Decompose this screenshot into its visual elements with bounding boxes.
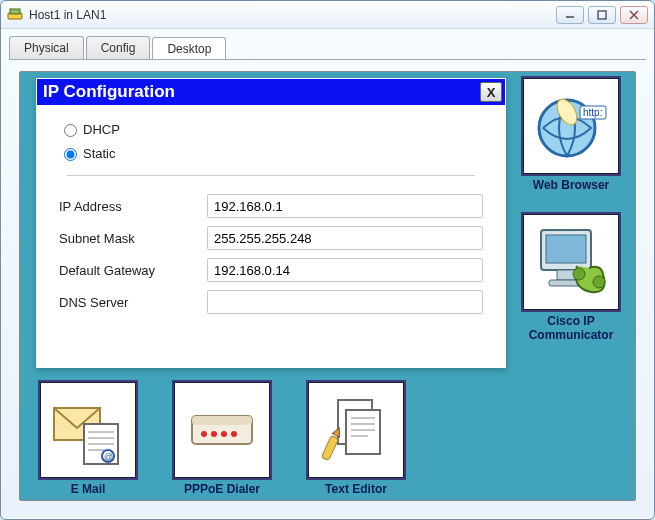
maximize-button[interactable]: [588, 6, 616, 24]
text-editor-icon: [306, 380, 406, 480]
subnet-mask-row: Subnet Mask: [59, 222, 483, 254]
svg-rect-11: [546, 235, 586, 263]
app-label: PPPoE Dialer: [160, 482, 284, 496]
svg-text:http:: http:: [583, 107, 602, 118]
svg-text:@: @: [104, 452, 113, 462]
app-web-browser[interactable]: http: Web Browser: [509, 76, 633, 192]
pppoe-dialer-icon: [172, 380, 272, 480]
svg-point-14: [573, 268, 585, 280]
app-text-editor[interactable]: Text Editor: [294, 380, 418, 496]
dns-server-label: DNS Server: [59, 295, 207, 310]
ip-config-titlebar[interactable]: IP Configuration X: [37, 79, 505, 105]
default-gateway-input[interactable]: [207, 258, 483, 282]
ip-config-title: IP Configuration: [43, 82, 175, 102]
app-window: Host1 in LAN1 Physical Config Desktop: [0, 0, 655, 520]
static-label: Static: [83, 146, 116, 161]
close-icon: X: [487, 85, 496, 100]
minimize-button[interactable]: [556, 6, 584, 24]
svg-rect-1: [10, 9, 20, 14]
tab-desktop[interactable]: Desktop: [152, 37, 226, 60]
svg-rect-31: [346, 410, 380, 454]
ip-address-row: IP Address: [59, 190, 483, 222]
svg-point-28: [221, 431, 227, 437]
subnet-mask-input[interactable]: [207, 226, 483, 250]
tab-underline: [9, 59, 646, 60]
default-gateway-row: Default Gateway: [59, 254, 483, 286]
svg-point-15: [593, 276, 605, 288]
subnet-mask-label: Subnet Mask: [59, 231, 207, 246]
tab-bar: Physical Config Desktop: [1, 29, 654, 59]
titlebar[interactable]: Host1 in LAN1: [1, 1, 654, 29]
svg-rect-12: [557, 270, 575, 280]
dhcp-radio[interactable]: [64, 124, 77, 137]
app-label: Cisco IP Communicator: [509, 314, 633, 342]
email-icon: @: [38, 380, 138, 480]
close-button[interactable]: [620, 6, 648, 24]
mode-static-row[interactable]: Static: [59, 141, 483, 165]
cisco-ip-communicator-icon: [521, 212, 621, 312]
app-pppoe-dialer[interactable]: PPPoE Dialer: [160, 380, 284, 496]
mode-dhcp-row[interactable]: DHCP: [59, 117, 483, 141]
divider: [67, 175, 475, 176]
packet-tracer-icon: [7, 7, 23, 23]
app-label: E Mail: [26, 482, 150, 496]
svg-rect-36: [321, 435, 338, 460]
dns-server-row: DNS Server: [59, 286, 483, 318]
ip-address-input[interactable]: [207, 194, 483, 218]
svg-rect-25: [192, 416, 252, 425]
window-title: Host1 in LAN1: [29, 8, 556, 22]
desktop-area: http: Web Browser Cisco IP Communicator: [19, 71, 636, 501]
ip-config-body: DHCP Static IP Address Subnet Mask Defau…: [37, 105, 505, 318]
static-radio[interactable]: [64, 148, 77, 161]
default-gateway-label: Default Gateway: [59, 263, 207, 278]
svg-point-26: [201, 431, 207, 437]
ip-config-dialog: IP Configuration X DHCP Static IP Addres…: [36, 78, 506, 368]
app-label: Web Browser: [509, 178, 633, 192]
svg-point-29: [231, 431, 237, 437]
app-cisco-ip-communicator[interactable]: Cisco IP Communicator: [509, 212, 633, 342]
web-browser-icon: http:: [521, 76, 621, 176]
ip-address-label: IP Address: [59, 199, 207, 214]
dns-server-input[interactable]: [207, 290, 483, 314]
svg-rect-3: [598, 11, 606, 19]
ip-config-close-button[interactable]: X: [480, 82, 502, 102]
svg-point-27: [211, 431, 217, 437]
window-controls: [556, 6, 648, 24]
tab-config[interactable]: Config: [86, 36, 151, 59]
dhcp-label: DHCP: [83, 122, 120, 137]
app-label: Text Editor: [294, 482, 418, 496]
app-email[interactable]: @ E Mail: [26, 380, 150, 496]
tab-physical[interactable]: Physical: [9, 36, 84, 59]
